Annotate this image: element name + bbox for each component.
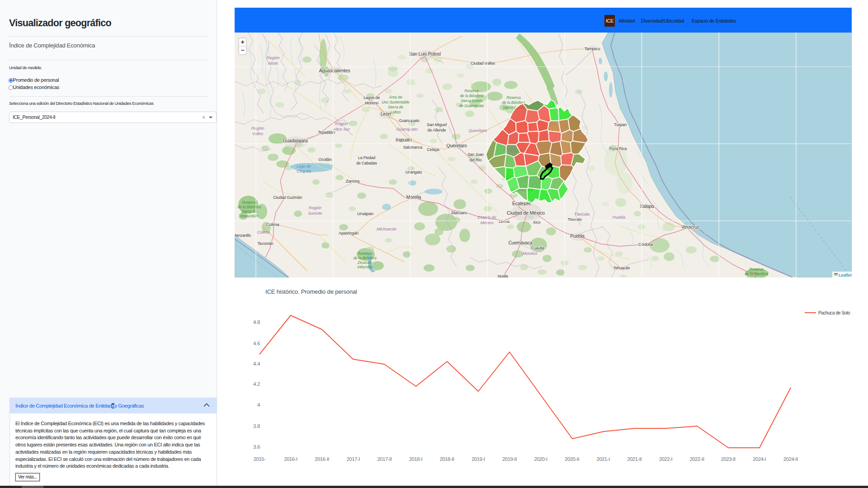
svg-text:2024-II: 2024-II <box>783 456 798 462</box>
svg-text:2016-II: 2016-II <box>315 456 329 462</box>
svg-text:Irapuato: Irapuato <box>396 137 412 142</box>
svg-text:Lerma: Lerma <box>499 219 509 224</box>
svg-text:Manantlán: Manantlán <box>240 214 258 218</box>
svg-text:2016-I: 2016-I <box>284 456 297 462</box>
svg-text:Chapala: Chapala <box>297 169 311 174</box>
svg-text:2019-II: 2019-II <box>502 456 517 462</box>
svg-text:Guanajuato: Guanajuato <box>399 118 420 123</box>
svg-text:Guanajuato: Guanajuato <box>396 127 417 131</box>
svg-text:Reserva: Reserva <box>242 200 256 205</box>
svg-text:Morelia: Morelia <box>406 194 421 200</box>
svg-text:Guadalajara: Guadalajara <box>283 138 307 143</box>
svg-text:Reserva: Reserva <box>464 89 479 93</box>
svg-text:Ciudad Valles: Ciudad Valles <box>471 61 495 66</box>
svg-text:Colima: Colima <box>266 222 280 227</box>
svg-text:León: León <box>381 111 391 117</box>
svg-text:Tampico: Tampico <box>585 46 600 51</box>
svg-text:4.4: 4.4 <box>253 361 260 366</box>
svg-text:Leaflet: Leaflet <box>839 272 852 277</box>
svg-text:Tuxpan: Tuxpan <box>614 122 627 127</box>
svg-text:2017-II: 2017-II <box>377 456 392 462</box>
svg-text:Ciudad Guzmán: Ciudad Guzmán <box>273 195 302 200</box>
svg-text:Valles: Valles <box>252 131 264 136</box>
svg-text:Celaya: Celaya <box>427 147 439 152</box>
svg-text:San Juan: San Juan <box>467 152 484 157</box>
svg-text:Ciudad de México: Ciudad de México <box>507 210 545 216</box>
svg-text:2022-II: 2022-II <box>690 456 704 462</box>
svg-text:Uso Sustentable: Uso Sustentable <box>382 100 410 104</box>
svg-text:Tlaxcala: Tlaxcala <box>574 212 590 216</box>
svg-text:Lobos: Lobos <box>391 110 401 114</box>
svg-text:Estado de: Estado de <box>478 215 496 220</box>
svg-text:Veracruz: Veracruz <box>681 224 699 230</box>
svg-text:4.2: 4.2 <box>253 381 260 387</box>
svg-text:2017-I: 2017-I <box>347 456 360 462</box>
svg-text:2024-I: 2024-I <box>753 456 766 462</box>
svg-text:San Luis Potosí: San Luis Potosí <box>409 51 441 56</box>
svg-text:Morelos: Morelos <box>523 251 538 256</box>
svg-text:Lago de: Lago de <box>297 164 311 169</box>
svg-text:Puebla: Puebla <box>613 215 625 220</box>
svg-text:Tecomán: Tecomán <box>258 241 274 246</box>
svg-text:de Cabadas: de Cabadas <box>356 161 377 165</box>
svg-text:Uruapan: Uruapan <box>357 211 373 216</box>
svg-text:4.8: 4.8 <box>253 319 260 325</box>
svg-text:La Piedad: La Piedad <box>358 155 375 160</box>
svg-text:del Río: del Río <box>470 158 482 162</box>
svg-text:2021-II: 2021-II <box>627 456 642 462</box>
svg-text:Uriangato: Uriangato <box>406 170 422 174</box>
svg-text:Zitácuaro: Zitácuaro <box>451 211 467 215</box>
svg-text:Norte: Norte <box>268 61 278 66</box>
svg-text:Michoacán: Michoacán <box>377 227 396 231</box>
svg-text:+: + <box>241 38 244 46</box>
svg-text:Moreno: Moreno <box>365 101 378 105</box>
svg-text:San Miguel: San Miguel <box>427 122 447 127</box>
svg-text:ICE histórico. Promedio de per: ICE histórico. Promedio de personal <box>265 288 357 295</box>
svg-text:Ocotlán: Ocotlán <box>319 157 332 162</box>
svg-text:2020-I: 2020-I <box>534 456 547 462</box>
svg-text:Sureste: Sureste <box>308 211 322 216</box>
svg-text:Querétaro: Querétaro <box>469 128 487 133</box>
svg-text:Tehuacán: Tehuacán <box>613 266 630 270</box>
svg-text:Puebla: Puebla <box>570 233 585 239</box>
svg-text:4.6: 4.6 <box>253 341 260 346</box>
svg-text:Sierra de: Sierra de <box>388 105 403 109</box>
svg-text:2020-II: 2020-II <box>565 456 579 462</box>
svg-text:de la Biósfera: de la Biósfera <box>460 94 483 98</box>
svg-text:4: 4 <box>257 402 260 408</box>
svg-text:Cuautla: Cuautla <box>531 246 544 250</box>
svg-text:Pachuca de Soto: Pachuca de Soto <box>818 310 850 315</box>
svg-text:de Guanajuato: de Guanajuato <box>459 103 484 108</box>
svg-text:Área de: Área de <box>388 95 402 99</box>
svg-text:Salamanca: Salamanca <box>403 145 423 150</box>
svg-text:3.6: 3.6 <box>253 444 260 450</box>
svg-text:Altos Sur: Altos Sur <box>333 127 350 131</box>
svg-text:Colima: Colima <box>257 230 270 235</box>
svg-text:de la Biósfera: de la Biósfera <box>237 205 260 209</box>
svg-text:Región: Región <box>309 206 322 210</box>
svg-text:Apatzingán: Apatzingán <box>339 231 359 235</box>
svg-text:Cuernavaca: Cuernavaca <box>509 240 533 245</box>
svg-text:Infiernillo: Infiernillo <box>357 265 373 269</box>
svg-text:Iguala: Iguala <box>498 274 508 277</box>
svg-text:Reserva: Reserva <box>358 251 372 256</box>
svg-text:Tepatitlán: Tepatitlán <box>318 130 335 135</box>
svg-text:2018-II: 2018-II <box>440 456 454 462</box>
svg-text:Aguascalientes: Aguascalientes <box>319 68 350 73</box>
svg-text:2021-I: 2021-I <box>597 456 610 462</box>
svg-text:Sierra Gorda: Sierra Gorda <box>461 99 482 103</box>
svg-text:Lagos de: Lagos de <box>363 95 380 100</box>
svg-text:2019-I: 2019-I <box>472 456 485 462</box>
svg-text:de la Biosfera: de la Biosfera <box>745 272 768 276</box>
svg-text:2015-: 2015- <box>254 456 266 462</box>
svg-text:Región: Región <box>267 56 280 60</box>
svg-text:2023-II: 2023-II <box>721 456 736 462</box>
svg-text:de la Biósfera: de la Biósfera <box>353 256 376 260</box>
svg-text:Manzanillo: Manzanillo <box>235 233 251 238</box>
svg-text:2022-I: 2022-I <box>659 456 672 462</box>
svg-text:Sierra de: Sierra de <box>241 209 257 214</box>
svg-text:Zamora: Zamora <box>346 179 360 183</box>
svg-text:Región: Región <box>251 126 264 131</box>
svg-text:Córdoba: Córdoba <box>638 242 653 247</box>
svg-text:Región: Región <box>335 122 348 126</box>
